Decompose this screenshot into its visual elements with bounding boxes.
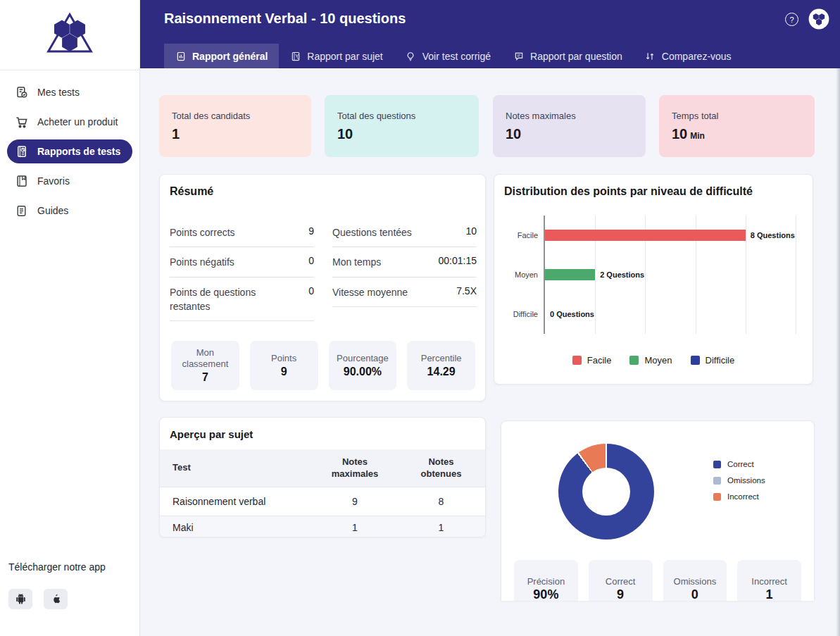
subjects-table-title: Aperçu par sujet bbox=[170, 428, 253, 440]
mini-stat-label: Percentile bbox=[421, 353, 462, 364]
legend-label: Correct bbox=[727, 460, 754, 468]
kv-label: Points corrects bbox=[170, 225, 235, 239]
question-report-icon bbox=[513, 51, 524, 61]
legend-swatch-omissions bbox=[713, 477, 721, 485]
legend-label: Moyen bbox=[644, 355, 672, 366]
sidebar-item-label: Rapports de tests bbox=[37, 146, 120, 157]
tab-bar: Rapport général Rapport par sujet Voir t… bbox=[164, 44, 743, 68]
result-box-label: Correct bbox=[606, 576, 636, 587]
result-box-label: Précision bbox=[527, 576, 565, 587]
logo-area bbox=[0, 0, 139, 70]
legend-item-correct: Correct bbox=[713, 460, 765, 468]
favorites-book-icon bbox=[15, 175, 28, 188]
table-cell-notes-maximales: 1 bbox=[313, 521, 397, 534]
result-box-value: 90% bbox=[533, 587, 558, 601]
kv-value: 0 bbox=[308, 255, 314, 266]
difficulty-chart-title: Distribution des points par niveau de di… bbox=[504, 185, 753, 198]
result-box-value: 0 bbox=[691, 587, 698, 601]
kv-label: Points de questions restantes bbox=[170, 285, 275, 314]
table-header-notes-maximales: Notes maximales bbox=[313, 456, 397, 480]
android-store-button[interactable] bbox=[8, 589, 32, 609]
kv-row: Vitesse moyenne7.5X bbox=[332, 278, 477, 307]
main-content: Total des candidats 1 Total des question… bbox=[140, 68, 840, 636]
legend-swatch-correct bbox=[713, 461, 721, 468]
tab-comparez-vous[interactable]: Comparez-vous bbox=[634, 44, 743, 68]
resume-title: Résumé bbox=[170, 185, 213, 198]
legend-swatch-moyen bbox=[629, 356, 639, 365]
kv-row: Questions tentées10 bbox=[332, 218, 477, 247]
stat-card-value: 10 bbox=[506, 126, 633, 142]
tab-rapport-general[interactable]: Rapport général bbox=[164, 44, 279, 68]
tab-label: Comparez-vous bbox=[662, 51, 732, 62]
sidebar-item-label: Acheter un produit bbox=[37, 116, 118, 127]
stat-card-label: Total des questions bbox=[337, 111, 466, 121]
tab-label: Rapport par question bbox=[530, 51, 622, 62]
tab-rapport-par-question[interactable]: Rapport par question bbox=[502, 44, 634, 68]
sidebar-item-guides[interactable]: Guides bbox=[0, 196, 139, 225]
tab-voir-test-corrige[interactable]: Voir test corrigé bbox=[394, 44, 502, 68]
sidebar-item-rapports-de-tests[interactable]: Rapports de tests bbox=[7, 139, 132, 163]
kv-label: Mon temps bbox=[332, 255, 381, 269]
table-cell-notes-maximales: 9 bbox=[313, 495, 397, 508]
result-box-label: Omissions bbox=[674, 576, 717, 587]
results-stat-boxes: Précision90% Correct9 Omissions0 Incorre… bbox=[514, 560, 801, 601]
result-box-value: 1 bbox=[766, 587, 773, 601]
results-panel: Correct Omissions Incorrect Précision90%… bbox=[501, 420, 815, 601]
result-box-value: 9 bbox=[617, 587, 624, 601]
sidebar-item-mes-tests[interactable]: Mes tests bbox=[0, 77, 139, 107]
table-row: Raisonnement verbal 9 8 bbox=[160, 487, 485, 516]
mini-stat-pourcentage: Pourcentage90.00% bbox=[329, 341, 397, 390]
help-button[interactable]: ? bbox=[785, 13, 798, 26]
sidebar-item-label: Guides bbox=[37, 205, 68, 216]
stat-card-label: Total des candidats bbox=[172, 111, 299, 121]
tests-document-icon bbox=[15, 86, 28, 99]
table-cell-test: Raisonnement verbal bbox=[160, 495, 313, 508]
download-app-label: Télécharger notre app bbox=[8, 561, 106, 573]
legend-item-difficile: Difficile bbox=[691, 355, 735, 366]
table-cell-notes-obtenues: 1 bbox=[397, 521, 485, 534]
legend-label: Difficile bbox=[706, 355, 735, 366]
table-header-row: Test Notes maximales Notes obtenues bbox=[160, 449, 485, 487]
donut-hole bbox=[582, 468, 630, 516]
mini-stat-percentile: Percentile14.29 bbox=[407, 341, 475, 390]
kv-value: 10 bbox=[465, 225, 477, 237]
resume-mini-stats: Mon classement7 Points9 Pourcentage90.00… bbox=[171, 341, 475, 390]
resume-left-column: Points corrects9 Points négatifs0 Points… bbox=[170, 218, 314, 321]
sidebar-item-favoris[interactable]: Favoris bbox=[0, 166, 139, 196]
sidebar-item-label: Mes tests bbox=[37, 87, 80, 98]
legend-item-facile: Facile bbox=[572, 355, 612, 366]
apple-store-button[interactable] bbox=[44, 589, 68, 609]
resume-right-column: Questions tentées10 Mon temps00:01:15 Vi… bbox=[332, 218, 477, 321]
compare-icon bbox=[645, 51, 656, 61]
sidebar-nav: Mes tests Acheter un produit Rapports de… bbox=[0, 70, 139, 225]
legend-swatch-facile bbox=[572, 356, 582, 365]
subjects-table-panel: Aperçu par sujet Test Notes maximales No… bbox=[159, 417, 486, 537]
result-box-correct: Correct9 bbox=[589, 560, 653, 601]
scrollbar[interactable] bbox=[836, 68, 840, 636]
mini-stat-value: 90.00% bbox=[344, 366, 382, 378]
legend-label: Omissions bbox=[727, 476, 765, 485]
kv-label: Points négatifs bbox=[170, 255, 234, 269]
tab-label: Rapport par sujet bbox=[307, 51, 382, 62]
legend-item-omissions: Omissions bbox=[713, 476, 765, 485]
resume-panel: Résumé Points corrects9 Points négatifs0… bbox=[159, 174, 486, 401]
table-cell-notes-obtenues: 8 bbox=[397, 495, 485, 508]
sidebar-item-label: Favoris bbox=[37, 175, 70, 187]
legend-swatch-incorrect bbox=[713, 493, 721, 501]
sidebar: Mes tests Acheter un produit Rapports de… bbox=[0, 0, 140, 636]
tab-label: Voir test corrigé bbox=[422, 51, 491, 62]
kv-label: Vitesse moyenne bbox=[332, 285, 408, 299]
mini-stat-value: 9 bbox=[281, 366, 287, 378]
legend-label: Incorrect bbox=[727, 492, 759, 501]
apple-icon bbox=[51, 594, 61, 605]
brand-circle-logo-icon[interactable] bbox=[808, 8, 829, 30]
legend-swatch-difficile bbox=[691, 356, 700, 365]
brand-hexagon-logo-icon bbox=[44, 9, 96, 61]
tab-rapport-par-sujet[interactable]: Rapport par sujet bbox=[279, 44, 394, 68]
table-row: Maki 1 1 bbox=[160, 516, 485, 537]
sidebar-item-acheter-un-produit[interactable]: Acheter un produit bbox=[0, 107, 139, 137]
legend-item-incorrect: Incorrect bbox=[713, 492, 765, 501]
mini-stat-label: Mon classement bbox=[174, 347, 237, 370]
stat-card-value: 10Min bbox=[672, 126, 802, 142]
stat-card-notes-maximales: Notes maximales 10 bbox=[493, 95, 646, 157]
